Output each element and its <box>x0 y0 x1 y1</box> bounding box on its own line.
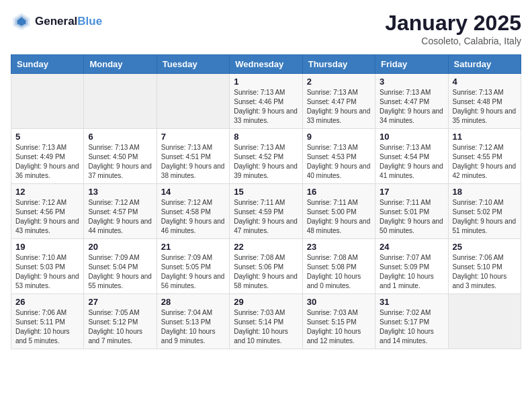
calendar-cell: 11Sunrise: 7:12 AM Sunset: 4:55 PM Dayli… <box>448 129 521 184</box>
day-number: 30 <box>307 297 371 307</box>
day-info: Sunrise: 7:13 AM Sunset: 4:47 PM Dayligh… <box>307 88 371 126</box>
calendar-cell: 30Sunrise: 7:03 AM Sunset: 5:15 PM Dayli… <box>302 294 375 349</box>
day-number: 8 <box>234 132 298 142</box>
day-info: Sunrise: 7:13 AM Sunset: 4:47 PM Dayligh… <box>380 88 443 126</box>
calendar-cell <box>84 74 157 129</box>
calendar-cell: 25Sunrise: 7:06 AM Sunset: 5:10 PM Dayli… <box>448 239 521 294</box>
calendar-cell: 24Sunrise: 7:07 AM Sunset: 5:09 PM Dayli… <box>375 239 448 294</box>
weekday-header-saturday: Saturday <box>448 55 521 74</box>
calendar-cell: 5Sunrise: 7:13 AM Sunset: 4:49 PM Daylig… <box>11 129 84 184</box>
calendar-cell: 14Sunrise: 7:12 AM Sunset: 4:58 PM Dayli… <box>157 184 229 239</box>
day-number: 31 <box>380 297 443 307</box>
location: Cosoleto, Calabria, Italy <box>385 36 521 46</box>
calendar-cell: 27Sunrise: 7:05 AM Sunset: 5:12 PM Dayli… <box>84 294 157 349</box>
day-number: 25 <box>453 242 517 252</box>
day-info: Sunrise: 7:09 AM Sunset: 5:04 PM Dayligh… <box>88 253 152 291</box>
calendar-cell: 6Sunrise: 7:13 AM Sunset: 4:50 PM Daylig… <box>84 129 157 184</box>
calendar-cell: 4Sunrise: 7:13 AM Sunset: 4:48 PM Daylig… <box>448 74 521 129</box>
day-number: 28 <box>161 297 225 307</box>
day-info: Sunrise: 7:02 AM Sunset: 5:17 PM Dayligh… <box>380 308 443 346</box>
day-info: Sunrise: 7:03 AM Sunset: 5:14 PM Dayligh… <box>234 308 298 346</box>
day-info: Sunrise: 7:05 AM Sunset: 5:12 PM Dayligh… <box>88 308 152 346</box>
calendar-cell: 8Sunrise: 7:13 AM Sunset: 4:52 PM Daylig… <box>230 129 302 184</box>
weekday-header-friday: Friday <box>375 55 448 74</box>
day-info: Sunrise: 7:10 AM Sunset: 5:03 PM Dayligh… <box>15 253 79 291</box>
day-info: Sunrise: 7:11 AM Sunset: 4:59 PM Dayligh… <box>234 198 298 236</box>
day-number: 4 <box>453 77 517 87</box>
calendar-cell: 21Sunrise: 7:09 AM Sunset: 5:05 PM Dayli… <box>157 239 229 294</box>
day-info: Sunrise: 7:13 AM Sunset: 4:51 PM Dayligh… <box>161 143 225 181</box>
calendar-cell: 22Sunrise: 7:08 AM Sunset: 5:06 PM Dayli… <box>230 239 302 294</box>
day-info: Sunrise: 7:07 AM Sunset: 5:09 PM Dayligh… <box>380 253 443 291</box>
day-info: Sunrise: 7:13 AM Sunset: 4:49 PM Dayligh… <box>15 143 79 181</box>
calendar-cell: 19Sunrise: 7:10 AM Sunset: 5:03 PM Dayli… <box>11 239 84 294</box>
calendar-cell: 12Sunrise: 7:12 AM Sunset: 4:56 PM Dayli… <box>11 184 84 239</box>
day-info: Sunrise: 7:12 AM Sunset: 4:55 PM Dayligh… <box>453 143 517 181</box>
weekday-header-tuesday: Tuesday <box>157 55 229 74</box>
calendar-cell: 1Sunrise: 7:13 AM Sunset: 4:46 PM Daylig… <box>230 74 302 129</box>
day-number: 3 <box>380 77 443 87</box>
day-number: 2 <box>307 77 371 87</box>
day-number: 7 <box>161 132 225 142</box>
calendar-cell: 31Sunrise: 7:02 AM Sunset: 5:17 PM Dayli… <box>375 294 448 349</box>
day-number: 9 <box>307 132 371 142</box>
day-info: Sunrise: 7:11 AM Sunset: 5:01 PM Dayligh… <box>380 198 443 236</box>
week-row-4: 19Sunrise: 7:10 AM Sunset: 5:03 PM Dayli… <box>11 239 521 294</box>
day-info: Sunrise: 7:06 AM Sunset: 5:11 PM Dayligh… <box>15 308 79 346</box>
weekday-header-thursday: Thursday <box>302 55 375 74</box>
week-row-5: 26Sunrise: 7:06 AM Sunset: 5:11 PM Dayli… <box>11 294 521 349</box>
calendar-cell: 26Sunrise: 7:06 AM Sunset: 5:11 PM Dayli… <box>11 294 84 349</box>
day-info: Sunrise: 7:12 AM Sunset: 4:57 PM Dayligh… <box>88 198 152 236</box>
day-number: 11 <box>453 132 517 142</box>
day-info: Sunrise: 7:12 AM Sunset: 4:56 PM Dayligh… <box>15 198 79 236</box>
day-number: 27 <box>88 297 152 307</box>
calendar-cell: 18Sunrise: 7:10 AM Sunset: 5:02 PM Dayli… <box>448 184 521 239</box>
calendar-cell: 29Sunrise: 7:03 AM Sunset: 5:14 PM Dayli… <box>230 294 302 349</box>
day-info: Sunrise: 7:13 AM Sunset: 4:54 PM Dayligh… <box>380 143 443 181</box>
day-info: Sunrise: 7:04 AM Sunset: 5:13 PM Dayligh… <box>161 308 225 346</box>
day-number: 14 <box>161 187 225 197</box>
day-number: 18 <box>453 187 517 197</box>
day-number: 5 <box>15 132 79 142</box>
weekday-header-monday: Monday <box>84 55 157 74</box>
logo-text: GeneralBlue <box>35 15 102 28</box>
day-info: Sunrise: 7:13 AM Sunset: 4:53 PM Dayligh… <box>307 143 371 181</box>
week-row-2: 5Sunrise: 7:13 AM Sunset: 4:49 PM Daylig… <box>11 129 521 184</box>
day-number: 29 <box>234 297 298 307</box>
day-number: 15 <box>234 187 298 197</box>
day-number: 17 <box>380 187 443 197</box>
calendar-cell: 16Sunrise: 7:11 AM Sunset: 5:00 PM Dayli… <box>302 184 375 239</box>
day-info: Sunrise: 7:13 AM Sunset: 4:50 PM Dayligh… <box>88 143 152 181</box>
calendar-cell: 2Sunrise: 7:13 AM Sunset: 4:47 PM Daylig… <box>302 74 375 129</box>
calendar-cell <box>157 74 229 129</box>
day-info: Sunrise: 7:11 AM Sunset: 5:00 PM Dayligh… <box>307 198 371 236</box>
calendar-cell: 7Sunrise: 7:13 AM Sunset: 4:51 PM Daylig… <box>157 129 229 184</box>
calendar-cell: 3Sunrise: 7:13 AM Sunset: 4:47 PM Daylig… <box>375 74 448 129</box>
weekday-header-sunday: Sunday <box>11 55 84 74</box>
day-number: 1 <box>234 77 298 87</box>
page-header: GeneralBlue January 2025 Cosoleto, Calab… <box>11 11 521 46</box>
day-info: Sunrise: 7:13 AM Sunset: 4:52 PM Dayligh… <box>234 143 298 181</box>
day-number: 24 <box>380 242 443 252</box>
day-info: Sunrise: 7:06 AM Sunset: 5:10 PM Dayligh… <box>453 253 517 291</box>
day-info: Sunrise: 7:03 AM Sunset: 5:15 PM Dayligh… <box>307 308 371 346</box>
day-info: Sunrise: 7:08 AM Sunset: 5:06 PM Dayligh… <box>234 253 298 291</box>
calendar-cell: 20Sunrise: 7:09 AM Sunset: 5:04 PM Dayli… <box>84 239 157 294</box>
weekday-header-row: SundayMondayTuesdayWednesdayThursdayFrid… <box>11 55 521 74</box>
weekday-header-wednesday: Wednesday <box>230 55 302 74</box>
calendar-cell <box>11 74 84 129</box>
day-info: Sunrise: 7:12 AM Sunset: 4:58 PM Dayligh… <box>161 198 225 236</box>
week-row-3: 12Sunrise: 7:12 AM Sunset: 4:56 PM Dayli… <box>11 184 521 239</box>
logo: GeneralBlue <box>11 11 102 32</box>
day-number: 22 <box>234 242 298 252</box>
calendar-cell: 23Sunrise: 7:08 AM Sunset: 5:08 PM Dayli… <box>302 239 375 294</box>
month-title: January 2025 <box>385 11 521 36</box>
day-info: Sunrise: 7:09 AM Sunset: 5:05 PM Dayligh… <box>161 253 225 291</box>
day-number: 6 <box>88 132 152 142</box>
title-block: January 2025 Cosoleto, Calabria, Italy <box>385 11 521 46</box>
day-number: 10 <box>380 132 443 142</box>
calendar-cell: 13Sunrise: 7:12 AM Sunset: 4:57 PM Dayli… <box>84 184 157 239</box>
day-info: Sunrise: 7:08 AM Sunset: 5:08 PM Dayligh… <box>307 253 371 291</box>
calendar-cell: 10Sunrise: 7:13 AM Sunset: 4:54 PM Dayli… <box>375 129 448 184</box>
calendar-cell <box>448 294 521 349</box>
